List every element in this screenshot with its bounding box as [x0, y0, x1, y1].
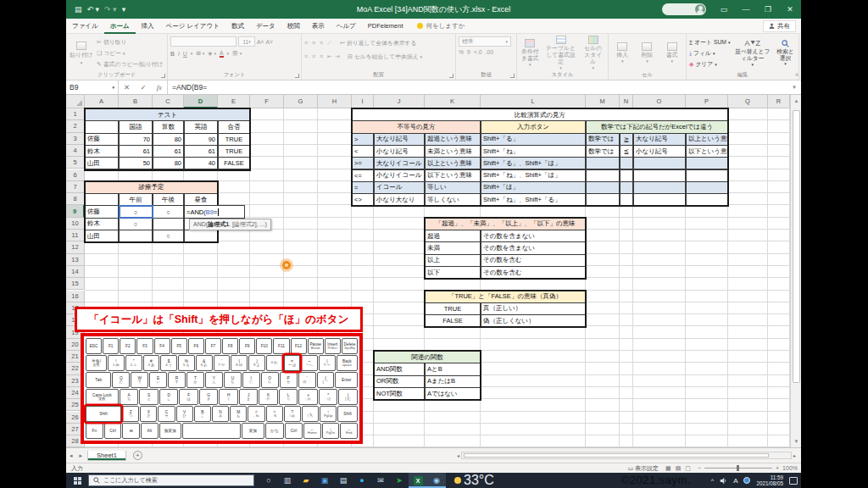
sheet-cell[interactable]: 等しくない	[425, 193, 481, 206]
sheet-cell[interactable]: 大なりイコール	[374, 157, 425, 169]
column-header-P[interactable]: P	[686, 95, 728, 108]
sheet-cell[interactable]: ≦	[620, 145, 633, 158]
number-dialog-launcher[interactable]	[510, 74, 515, 78]
row-header-3[interactable]: 3	[66, 133, 85, 145]
sheet-cell[interactable]: 佐藤	[85, 205, 119, 218]
format-painter-button[interactable]: ✎書式のコピー/貼り付け	[97, 59, 164, 70]
sheet-cell[interactable]: 70	[119, 133, 153, 146]
editing-cell[interactable]: =AND(B9=	[184, 205, 245, 218]
sheet-cell[interactable]: 未満という意味	[425, 145, 481, 158]
ribbon-tab-ファイル[interactable]: ファイル	[66, 19, 104, 34]
weather-widget[interactable]: 33°C	[454, 473, 494, 488]
sheet-cell[interactable]: AND関数	[374, 363, 425, 375]
sheet-cell[interactable]	[85, 193, 119, 206]
bold-button[interactable]: B	[170, 51, 175, 57]
sheet-cell[interactable]: 50	[119, 157, 153, 169]
autosum-button[interactable]: Σオート SUM ▾	[689, 37, 731, 48]
sheet-cell[interactable]: 診療予定	[85, 181, 218, 194]
column-header-D[interactable]: D	[184, 95, 218, 108]
collapse-ribbon-icon[interactable]: ˄	[795, 72, 798, 78]
row-header-1[interactable]: 1	[66, 108, 85, 120]
sheet-cell[interactable]	[85, 120, 119, 133]
hidden-icons-chevron[interactable]: ^	[711, 478, 714, 484]
sheet-cell[interactable]: 以下という意味	[425, 169, 481, 182]
horizontal-scrollbar[interactable]: ◂ ▸	[457, 452, 796, 459]
sheet-cell[interactable]: Shift+「ね」	[481, 145, 586, 158]
sheet-cell[interactable]	[119, 230, 153, 242]
minimize-button[interactable]: —	[735, 0, 757, 19]
sheet-cell[interactable]: Shift+「ほ」	[481, 181, 586, 194]
tell-me-box[interactable]: 何をしますか	[417, 22, 465, 30]
column-header-R[interactable]: R	[768, 95, 790, 108]
sheet-cell[interactable]: 大なり記号	[633, 133, 686, 146]
sheet-cell[interactable]: Shift+「る」、Shift+「ほ」	[481, 157, 586, 169]
sheet-cell[interactable]: Shift+「ね」、Shift+「ほ」	[481, 169, 586, 182]
zoom-slider[interactable]	[704, 468, 772, 469]
sheet-cell[interactable]: テスト	[85, 108, 250, 121]
column-header-Q[interactable]: Q	[728, 95, 768, 108]
sheet-cell[interactable]	[586, 157, 620, 169]
sort-filter-button[interactable]: A⯆Z並べ替えとフィルター▾	[733, 36, 772, 71]
sheet-cell[interactable]: 以上	[425, 254, 481, 267]
phonetic-icon[interactable]: 亜 ▾	[232, 49, 242, 58]
sheet-cell[interactable]	[586, 181, 620, 194]
zoom-out-icon[interactable]: −	[698, 465, 701, 471]
share-button[interactable]: 共有	[763, 20, 796, 32]
sheet-cell[interactable]: 小なりイコール	[374, 169, 425, 182]
sheet-cell[interactable]: 山田	[85, 230, 119, 242]
sheet-cell[interactable]	[633, 169, 686, 182]
outdent-icon[interactable]: ⇥	[335, 53, 342, 60]
sheet-cell[interactable]: その数を含む	[481, 266, 586, 279]
sheet-cell[interactable]: 比較演算式の見方	[352, 108, 728, 121]
hscroll-right-icon[interactable]: ▸	[793, 452, 796, 458]
alignment-dialog-launcher[interactable]	[449, 74, 453, 78]
sheet-cell[interactable]: ○	[153, 205, 184, 218]
row-header-5[interactable]: 5	[66, 157, 85, 169]
excel-icon[interactable]: X	[409, 473, 427, 488]
scroll-up-icon[interactable]: ▲	[791, 95, 801, 107]
sheet-cell[interactable]: NOT関数	[374, 387, 425, 400]
scroll-down-icon[interactable]: ▼	[791, 435, 801, 447]
speaker-icon[interactable]	[720, 477, 727, 485]
sheet-cell[interactable]: 小なり記号	[633, 145, 686, 158]
row-header-14[interactable]: 14	[66, 266, 85, 278]
sheet-cell[interactable]: その数を含まない	[481, 241, 586, 254]
shrink-font-icon[interactable]: A˅	[266, 39, 274, 45]
column-header-F[interactable]: F	[250, 95, 284, 108]
ribbon-tab-数式[interactable]: 数式	[225, 19, 250, 34]
sheet-cell[interactable]: Shift+「ね」、Shift+「る」	[481, 193, 586, 206]
column-header-G[interactable]: G	[284, 95, 318, 108]
wrap-text-button[interactable]: ↩折り返して全体を表示する	[340, 37, 416, 48]
edge-icon[interactable]: ●	[353, 473, 371, 488]
undo-icon[interactable]: ↶ ▾	[87, 5, 100, 14]
row-header-12[interactable]: 12	[66, 241, 85, 253]
sheet-cell[interactable]: 昼食	[184, 193, 218, 206]
clipboard-dialog-launcher[interactable]	[161, 74, 165, 78]
horizontal-scrollbar-thumb[interactable]	[464, 453, 769, 458]
paste-button[interactable]: 貼り付け ▾	[69, 36, 94, 71]
column-header-L[interactable]: L	[481, 95, 586, 108]
zoom-level[interactable]: 100%	[782, 465, 798, 471]
hscroll-left-icon[interactable]: ◂	[457, 452, 459, 458]
row-header-9[interactable]: 9	[66, 205, 85, 217]
sheet-cell[interactable]	[633, 157, 686, 169]
zoom-slider-thumb[interactable]	[737, 465, 739, 471]
customize-qat-icon[interactable]: ▾	[122, 5, 126, 14]
sheet-cell[interactable]	[686, 181, 728, 194]
fill-color-icon[interactable]: ◈ ▾	[208, 50, 216, 57]
font-size-dropdown[interactable]: 11▾	[238, 36, 255, 47]
format-cells-button[interactable]: 書式▾	[665, 36, 680, 71]
sheet-cell[interactable]	[586, 169, 620, 182]
column-header-A[interactable]: A	[85, 95, 119, 108]
action-center-icon[interactable]	[789, 477, 798, 485]
sheet-cell[interactable]: 入力ボタン	[481, 120, 586, 133]
column-header-M[interactable]: M	[586, 95, 620, 108]
task-view-icon[interactable]: ▥	[278, 473, 297, 488]
zoom-in-icon[interactable]: +	[776, 465, 779, 471]
display-settings-button[interactable]: ▭ 表示設定	[627, 464, 659, 473]
sheet-cell[interactable]: 超過	[425, 230, 481, 242]
sheet-cell[interactable]: ○	[153, 230, 184, 242]
taskbar-clock[interactable]: 11:59 2021/08/05	[756, 474, 783, 486]
sheet-cell[interactable]: 山田	[85, 157, 119, 169]
ribbon-tab-データ[interactable]: データ	[250, 19, 281, 34]
